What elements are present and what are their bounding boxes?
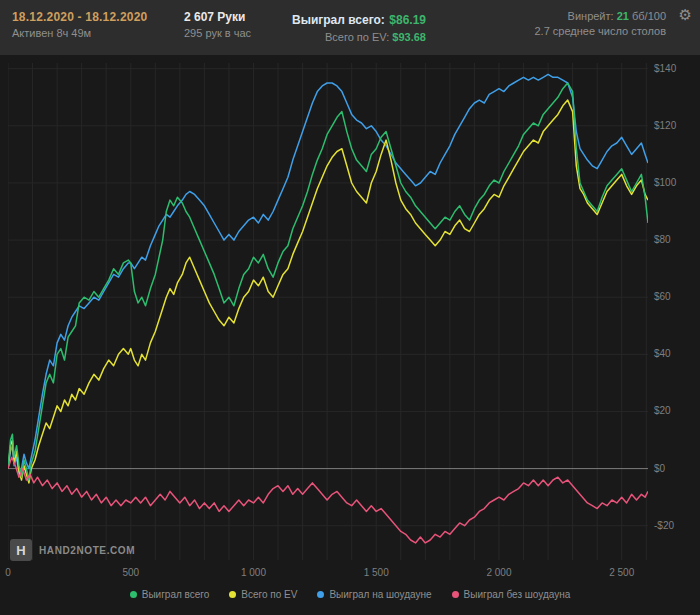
won-total-line: Выиграл всего: $86.19 (292, 10, 426, 28)
winrate-label: Винрейт: (568, 10, 614, 22)
x-axis-label: 500 (122, 567, 139, 578)
legend-item-0[interactable]: Выиграл всего (130, 589, 210, 600)
winrate-column: Винрейт: 21 бб/100 2.7 среднее число сто… (534, 10, 666, 37)
session-header: 18.12.2020 - 18.12.2020 Активен 8ч 49м 2… (0, 0, 700, 55)
y-axis-label: $80 (654, 234, 671, 245)
legend-dot-icon (317, 591, 324, 598)
legend-label: Выиграл на шоудауне (329, 589, 431, 600)
legend-label: Выиграл без шоудауна (464, 589, 571, 600)
hands-count: 2 607 Руки (184, 10, 280, 24)
legend-dot-icon (130, 591, 137, 598)
series-line-2 (8, 74, 648, 474)
y-axis-label: $100 (654, 177, 676, 188)
hand2note-session-window: 18.12.2020 - 18.12.2020 Активен 8ч 49м 2… (0, 0, 700, 615)
hand2note-logo-text: HAND2NOTE.COM (39, 545, 135, 556)
series-line-3 (8, 457, 648, 543)
chart-area: $140$120$100$80$60$40$20$0-$20 05001 000… (0, 55, 700, 615)
legend-dot-icon (452, 591, 459, 598)
legend-dot-icon (229, 591, 236, 598)
total-winnings-column: Выиграл всего: $86.19 Всего по EV: $93.6… (292, 10, 426, 43)
series-line-0 (8, 83, 648, 480)
ev-line: Всего по EV: $93.68 (292, 31, 426, 43)
y-axis-label: $40 (654, 348, 671, 359)
winrate-unit: бб/100 (632, 10, 666, 22)
y-axis-label: $120 (654, 120, 676, 131)
legend-item-3[interactable]: Выиграл без шоудауна (452, 589, 571, 600)
x-axis-label: 2 500 (609, 567, 634, 578)
y-axis-label: $60 (654, 291, 671, 302)
y-axis-label: -$20 (654, 520, 674, 531)
legend-item-1[interactable]: Всего по EV (229, 589, 297, 600)
hands-per-hour: 295 рук в час (184, 27, 280, 39)
ev-label: Всего по EV: (325, 31, 389, 43)
avg-tables: 2.7 среднее число столов (534, 25, 666, 37)
x-axis-label: 2 000 (486, 567, 511, 578)
winnings-graph (8, 63, 648, 560)
hand2note-logo-mark: H (10, 539, 32, 561)
hand2note-logo: H HAND2NOTE.COM (10, 539, 135, 561)
x-axis-label: 1 000 (241, 567, 266, 578)
chart-legend: Выиграл всегоВсего по EVВыиграл на шоуда… (0, 589, 700, 600)
legend-item-2[interactable]: Выиграл на шоудауне (317, 589, 431, 600)
winrate-line: Винрейт: 21 бб/100 (534, 10, 666, 22)
won-total-label: Выиграл всего: (292, 13, 385, 27)
active-time: Активен 8ч 49м (12, 27, 184, 39)
y-axis-label: $140 (654, 63, 676, 74)
x-axis-label: 0 (5, 567, 11, 578)
hands-column: 2 607 Руки 295 рук в час (184, 10, 280, 39)
ev-value: $93.68 (392, 31, 426, 43)
won-total-value: $86.19 (389, 13, 426, 27)
date-column: 18.12.2020 - 18.12.2020 Активен 8ч 49м (12, 10, 184, 39)
legend-label: Всего по EV (241, 589, 297, 600)
x-axis-label: 1 500 (364, 567, 389, 578)
settings-gear-icon[interactable]: ⚙ (679, 7, 692, 22)
date-range: 18.12.2020 - 18.12.2020 (12, 10, 184, 24)
y-axis-label: $0 (654, 463, 665, 474)
legend-label: Выиграл всего (142, 589, 210, 600)
y-axis-label: $20 (654, 405, 671, 416)
winrate-value: 21 (617, 10, 629, 22)
